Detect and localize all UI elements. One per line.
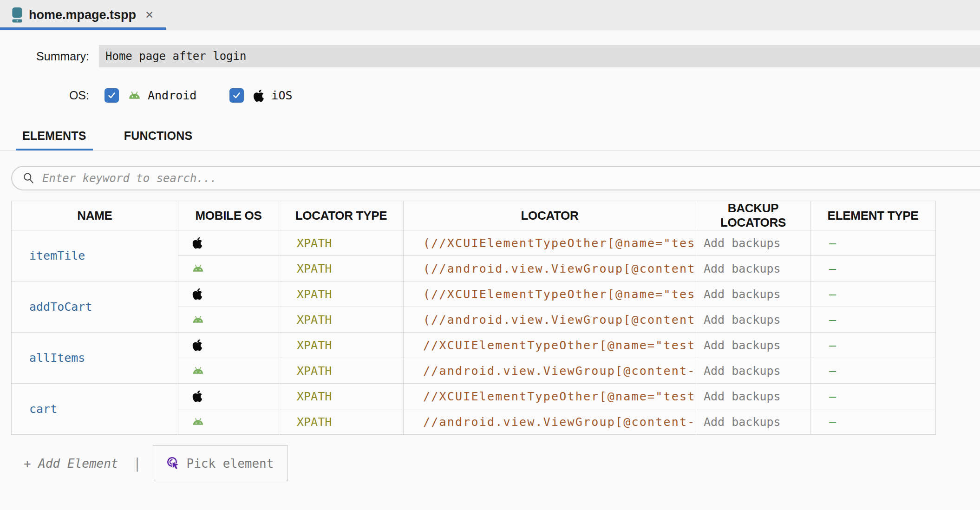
locator-value[interactable]: (//android.view.ViewGroup[@content	[404, 307, 696, 333]
element-type-value[interactable]: –	[810, 409, 936, 435]
col-header-locator-type: LOCATOR TYPE	[279, 201, 404, 230]
locator-value[interactable]: (//XCUIElementTypeOther[@name="tes	[404, 230, 696, 256]
add-backups-link[interactable]: Add backups	[696, 333, 810, 358]
element-type-value[interactable]: –	[810, 281, 936, 307]
search-box[interactable]	[11, 166, 980, 190]
apple-icon	[178, 384, 279, 409]
ios-option-label: iOS	[271, 89, 292, 102]
element-name-link[interactable]: itemTile	[12, 230, 178, 281]
tab-functions[interactable]: FUNCTIONS	[118, 124, 199, 150]
locator-type-value[interactable]: XPATH	[279, 333, 404, 358]
add-element-button[interactable]: + Add Element	[24, 457, 118, 471]
pick-element-label: Pick element	[187, 457, 274, 471]
android-icon	[178, 307, 279, 333]
search-icon	[22, 172, 35, 184]
tab-elements[interactable]: ELEMENTS	[16, 124, 93, 150]
locator-type-value[interactable]: XPATH	[279, 256, 404, 281]
elements-table: NAME MOBILE OS LOCATOR TYPE LOCATOR BACK…	[11, 201, 936, 435]
android-icon	[178, 358, 279, 384]
element-name-link[interactable]: cart	[12, 384, 178, 435]
locator-value[interactable]: //android.view.ViewGroup[@content-	[404, 409, 696, 435]
search-input[interactable]	[42, 172, 878, 185]
android-icon	[178, 409, 279, 435]
pick-element-icon	[166, 456, 180, 471]
locator-value[interactable]: (//android.view.ViewGroup[@content	[404, 256, 696, 281]
os-option-android: Android	[89, 88, 196, 103]
tab-title: home.mpage.tspp	[29, 8, 136, 22]
element-type-value[interactable]: –	[810, 358, 936, 384]
element-type-value[interactable]: –	[810, 256, 936, 281]
locator-type-value[interactable]: XPATH	[279, 281, 404, 307]
os-label: OS:	[0, 89, 89, 102]
locator-type-value[interactable]: XPATH	[279, 384, 404, 409]
add-backups-link[interactable]: Add backups	[696, 281, 810, 307]
element-type-value[interactable]: –	[810, 230, 936, 256]
summary-label: Summary:	[0, 50, 89, 63]
table-header-row: NAME MOBILE OS LOCATOR TYPE LOCATOR BACK…	[12, 201, 936, 230]
table-row: addToCart XPATH (//XCUIElementTypeOther[…	[12, 281, 936, 307]
add-backups-link[interactable]: Add backups	[696, 256, 810, 281]
locator-value[interactable]: //XCUIElementTypeOther[@name="test	[404, 384, 696, 409]
table-row: allItems XPATH //XCUIElementTypeOther[@n…	[12, 333, 936, 358]
editor-tab-bar: home.mpage.tspp ✕	[0, 0, 980, 30]
element-type-value[interactable]: –	[810, 384, 936, 409]
apple-icon	[253, 89, 265, 103]
col-header-element-type: ELEMENT TYPE	[810, 201, 936, 230]
element-type-value[interactable]: –	[810, 307, 936, 333]
col-header-locator: LOCATOR	[404, 201, 696, 230]
pick-element-button[interactable]: Pick element	[153, 445, 288, 481]
add-backups-link[interactable]: Add backups	[696, 358, 810, 384]
summary-row: Summary: Home page after login	[0, 45, 980, 67]
col-header-backup-locators: BACKUP LOCATORS	[696, 201, 810, 230]
col-header-name: NAME	[12, 201, 178, 230]
os-row: OS: Android iOS	[0, 88, 980, 103]
section-tabs: ELEMENTS FUNCTIONS	[0, 124, 980, 150]
android-icon	[128, 91, 141, 100]
search-row	[0, 166, 980, 190]
element-type-value[interactable]: –	[810, 333, 936, 358]
element-name-link[interactable]: allItems	[12, 333, 178, 384]
table-row: cart XPATH //XCUIElementTypeOther[@name=…	[12, 384, 936, 409]
col-header-mobile-os: MOBILE OS	[178, 201, 279, 230]
apple-icon	[178, 281, 279, 307]
footer-separator: |	[133, 455, 142, 471]
editor-tab-home-mpage[interactable]: home.mpage.tspp ✕	[0, 0, 166, 30]
os-option-ios: iOS	[214, 88, 292, 103]
add-backups-link[interactable]: Add backups	[696, 384, 810, 409]
mobile-page-file-icon	[12, 7, 23, 23]
table-row: itemTile XPATH (//XCUIElementTypeOther[@…	[12, 230, 936, 256]
summary-field[interactable]: Home page after login	[99, 45, 980, 67]
apple-icon	[178, 333, 279, 358]
ios-checkbox[interactable]	[229, 88, 244, 103]
android-option-label: Android	[148, 89, 196, 102]
add-backups-link[interactable]: Add backups	[696, 230, 810, 256]
android-icon	[178, 256, 279, 281]
element-name-link[interactable]: addToCart	[12, 281, 178, 333]
add-backups-link[interactable]: Add backups	[696, 307, 810, 333]
locator-value[interactable]: //android.view.ViewGroup[@content-	[404, 358, 696, 384]
android-checkbox[interactable]	[105, 88, 119, 103]
locator-type-value[interactable]: XPATH	[279, 358, 404, 384]
locator-type-value[interactable]: XPATH	[279, 307, 404, 333]
locator-value[interactable]: //XCUIElementTypeOther[@name="test	[404, 333, 696, 358]
apple-icon	[178, 230, 279, 256]
locator-value[interactable]: (//XCUIElementTypeOther[@name="tes	[404, 281, 696, 307]
footer-controls: + Add Element | Pick element	[0, 445, 980, 481]
locator-type-value[interactable]: XPATH	[279, 230, 404, 256]
add-backups-link[interactable]: Add backups	[696, 409, 810, 435]
locator-type-value[interactable]: XPATH	[279, 409, 404, 435]
tab-close-icon[interactable]: ✕	[145, 9, 154, 21]
